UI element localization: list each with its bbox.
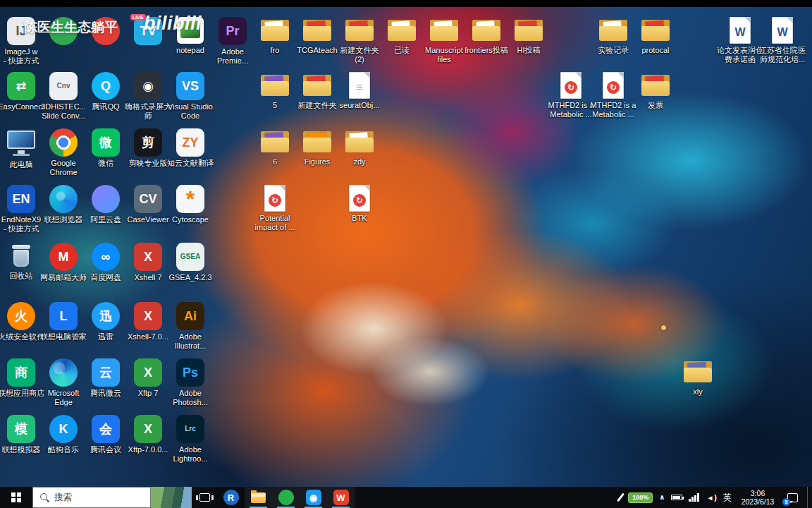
desktop-icon-vscode[interactable]: VS Visual Studio Code bbox=[171, 72, 210, 121]
app-icon: W bbox=[730, 17, 751, 44]
desktop-icon-folder-6[interactable]: 6 bbox=[255, 128, 295, 167]
news-widget-thumbnail[interactable] bbox=[151, 487, 192, 508]
desktop-icon-huorong-security[interactable]: 火 火绒安全软件 bbox=[1, 302, 41, 341]
desktop-icon-lenovo-emulator[interactable]: 模 联想模拟器 bbox=[1, 415, 41, 454]
icon-label: 江苏省住院医 师规范化培... bbox=[759, 46, 806, 64]
desktop-icon-adobe-premiere[interactable]: Pr Adobe Premie... bbox=[213, 17, 252, 66]
desktop-icon-doc-retouching-fee[interactable]: W 论文发表润色 费承诺函 bbox=[720, 17, 760, 64]
desktop-icon-kugou-music[interactable]: K 酷狗音乐 bbox=[44, 415, 83, 454]
desktop-icon-caseviewer[interactable]: CV CaseViewer bbox=[128, 185, 168, 224]
desktop-icon-netease-mail-master[interactable]: M 网易邮箱大师 bbox=[44, 243, 83, 282]
desktop-icon-folder-protocal[interactable]: protocal bbox=[636, 17, 675, 55]
desktop-icon-xshell-7-installer[interactable]: X Xshell-7.0... bbox=[128, 302, 168, 341]
desktop-icon-folder-new-2[interactable]: 新建文件夹 (2) bbox=[340, 17, 379, 64]
desktop-icon-zhiyun-translate[interactable]: ZY 知云文献翻译 bbox=[171, 128, 210, 168]
desktop-icon-folder-lab-record[interactable]: 实验记录 bbox=[593, 17, 633, 55]
live-badge: LIVE bbox=[130, 14, 146, 20]
desktop-icon-wechat[interactable]: 微 微信 bbox=[86, 128, 125, 168]
app-icon bbox=[259, 128, 291, 155]
desktop-icon-folder-5[interactable]: 5 bbox=[255, 72, 295, 110]
desktop-icon-baidu-netdisk[interactable]: ∞ 百度网盘 bbox=[86, 243, 125, 282]
desktop-icon-adobe-lightroom[interactable]: Lrc Adobe Lightroo... bbox=[171, 415, 210, 464]
desktop-icon-tencent-meeting[interactable]: 会 腾讯会议 bbox=[86, 415, 125, 454]
show-desktop-button[interactable] bbox=[807, 487, 811, 508]
desktop-icon-folder-read[interactable]: 已读 bbox=[382, 17, 422, 55]
clock-time: 3:06 bbox=[738, 489, 777, 497]
desktop-icon-microsoft-edge[interactable]: Microsoft Edge bbox=[44, 358, 83, 407]
desktop-icon-doc-seurat[interactable]: ≡ seuratObj... bbox=[340, 72, 379, 110]
action-center-button[interactable]: 5 bbox=[784, 487, 801, 508]
desktop-icon-folder-hi[interactable]: HI投稿 bbox=[509, 17, 548, 55]
desktop-icon-green-circle-app[interactable] bbox=[44, 17, 83, 47]
icon-label: Figures bbox=[294, 157, 340, 167]
desktop-icon-pdf-potential-impact[interactable]: ↻ Potential impact of ... bbox=[255, 185, 295, 232]
desktop-icon-xftp-7-installer[interactable]: X Xftp-7.0.0... bbox=[128, 415, 168, 454]
desktop-icon-pdf-mthfd2-1[interactable]: ↻ MTHFD2 is a Metabolic ... bbox=[551, 72, 591, 119]
desktop-icon-cytoscape[interactable]: * Cytoscape bbox=[171, 185, 210, 224]
desktop-icon-doc-jiangsu-training[interactable]: W 江苏省住院医 师规范化培... bbox=[763, 17, 802, 64]
battery-icon[interactable] bbox=[671, 495, 682, 500]
desktop-icon-adobe-illustrator[interactable]: Ai Adobe Illustrat... bbox=[171, 302, 210, 351]
app-icon: GSEA bbox=[176, 243, 204, 271]
desktop-icon-adobe-photoshop[interactable]: Ps Adobe Photosh... bbox=[171, 358, 210, 407]
desktop-icon-lenovo-pc-manager[interactable]: L 联想电脑管家 bbox=[44, 302, 83, 341]
desktop-icon-notepad[interactable]: notepad bbox=[171, 17, 210, 55]
icon-label: 联想电脑管家 bbox=[40, 332, 87, 341]
desktop-icon-folder-figures[interactable]: Figures bbox=[297, 128, 337, 167]
icon-label: 火绒安全软件 bbox=[0, 332, 44, 341]
input-language-indicator[interactable]: 英 bbox=[723, 492, 732, 504]
taskbar-app-screen-recorder[interactable]: ◉ bbox=[300, 487, 327, 508]
desktop-icon-folder-zdy[interactable]: zdy bbox=[340, 128, 379, 167]
desktop-icon-easyconnect[interactable]: ⇄ EasyConnect bbox=[1, 72, 41, 111]
taskbar-app-green-app[interactable] bbox=[272, 487, 300, 508]
desktop-icon-lenovo-app-store[interactable]: 商 联想应用商店 bbox=[1, 358, 41, 398]
desktop-icon-folder-invoice[interactable]: 发票 bbox=[636, 72, 675, 110]
icon-label: 阿里云盘 bbox=[82, 215, 129, 224]
desktop-icon-xunlei[interactable]: 迅 迅雷 bbox=[86, 302, 125, 341]
desktop-icon-tencent-weiyun[interactable]: 云 腾讯微云 bbox=[86, 358, 125, 398]
start-button[interactable] bbox=[0, 487, 32, 508]
desktop-icon-endnote[interactable]: EN EndNoteX9 - 快捷方式 bbox=[1, 185, 41, 234]
app-icon-glyph: ↻ bbox=[269, 194, 281, 207]
taskbar-search-box[interactable]: 搜索 bbox=[32, 487, 151, 508]
desktop-icon-folder-manuscript[interactable]: Manuscript files bbox=[424, 17, 464, 64]
network-signal-icon[interactable] bbox=[689, 493, 700, 502]
desktop-icon-jianying-pro[interactable]: 剪 剪映专业版 bbox=[128, 128, 168, 168]
desktop-icon-xshell-7[interactable]: X Xshell 7 bbox=[128, 243, 168, 282]
desktop-icon-higeshi-recorder[interactable]: ◉ 嗨格式录屏大 师 bbox=[128, 72, 168, 121]
desktop-icon-gsea[interactable]: GSEA GSEA_4.2.3 bbox=[171, 243, 210, 282]
icon-label: 微信 bbox=[82, 159, 129, 168]
app-icon-glyph: Cnv bbox=[57, 83, 70, 90]
desktop-icon-google-chrome[interactable]: Google Chrome bbox=[44, 128, 83, 177]
desktop-icon-lenovo-browser[interactable]: 联想浏览器 bbox=[44, 185, 83, 224]
desktop-icon-red-circle-app[interactable] bbox=[86, 17, 125, 47]
hidden-icons-chevron-icon[interactable] bbox=[659, 494, 665, 501]
taskbar-app-wps-office[interactable]: W bbox=[327, 487, 355, 508]
taskbar-app-r[interactable]: R bbox=[217, 487, 245, 508]
desktop-icon-recycle-bin[interactable]: 回收站 bbox=[1, 243, 41, 281]
battery-percent-badge[interactable]: 100% bbox=[628, 492, 653, 503]
desktop-icon-tencent-qq[interactable]: Q 腾讯QQ bbox=[86, 72, 125, 111]
desktop-icon-folder-frontiers[interactable]: frontiers投稿 bbox=[467, 17, 506, 55]
desktop-icon-folder-fro[interactable]: fro bbox=[255, 17, 295, 55]
desktop-icon-imagej[interactable]: IJ ImageJ w - 快捷方式 bbox=[1, 17, 41, 66]
taskbar-clock[interactable]: 3:06 2023/6/13 bbox=[738, 489, 777, 506]
app-icon bbox=[49, 17, 78, 45]
volume-icon[interactable] bbox=[706, 494, 717, 502]
taskbar-app-file-explorer[interactable] bbox=[245, 487, 272, 508]
desktop-icon-pdf-btk[interactable]: ↻ BTK bbox=[340, 185, 379, 223]
desktop-icon-xftp-7[interactable]: X Xftp 7 bbox=[128, 358, 168, 398]
desktop-icon-folder-new[interactable]: 新建文件夹 bbox=[297, 72, 337, 110]
desktop-icon-folder-tcgateach[interactable]: TCGAteach bbox=[297, 17, 337, 55]
desktop-icon-slide-converter[interactable]: Cnv 3DHISTEC... Slide Conv... bbox=[44, 72, 83, 121]
desktop-icon-bilibili-live[interactable]: TV LIVE bbox=[128, 17, 168, 47]
task-view-button[interactable] bbox=[192, 487, 217, 508]
taskbar-apps: R ◉ W bbox=[217, 487, 355, 508]
desktop-icon-this-pc[interactable]: 此电脑 bbox=[1, 128, 41, 169]
app-icon-glyph: GSEA bbox=[180, 253, 200, 260]
pen-icon[interactable] bbox=[617, 493, 625, 502]
desktop-icon-folder-xly[interactable]: xly bbox=[678, 358, 718, 397]
icon-label: Visual Studio Code bbox=[167, 102, 214, 121]
desktop-icon-aliyun-drive[interactable]: 阿里云盘 bbox=[86, 185, 125, 224]
desktop-icon-pdf-mthfd2-2[interactable]: ↻ MTHFD2 is a Metabolic ... bbox=[593, 72, 633, 119]
